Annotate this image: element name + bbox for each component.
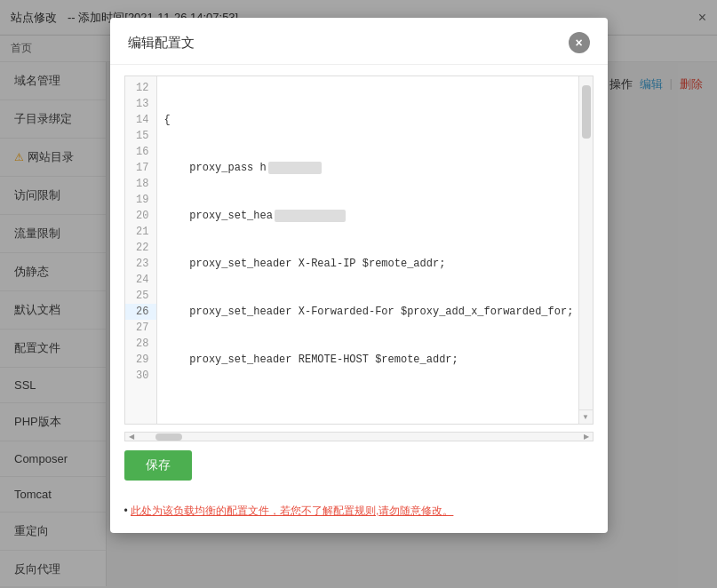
code-line-18 xyxy=(164,400,571,416)
line-num-28: 28 xyxy=(125,336,156,352)
code-line-16: proxy_set_header X-Forwarded-For $proxy_… xyxy=(164,304,571,320)
modal-title: 编辑配置文 xyxy=(128,35,195,50)
line-num-20: 20 xyxy=(125,208,156,224)
line-num-16: 16 xyxy=(125,144,156,160)
line-num-19: 19 xyxy=(125,192,156,208)
modal-overlay: 编辑配置文 × 12 13 14 15 16 17 xyxy=(0,0,717,588)
line-num-24: 24 xyxy=(125,272,156,288)
line-num-12: 12 xyxy=(125,80,156,96)
modal-header: 编辑配置文 × xyxy=(110,18,608,65)
scrollbar-bottom-arrow[interactable]: ▼ xyxy=(579,409,593,424)
line-num-13: 13 xyxy=(125,96,156,112)
scrollbar-vertical[interactable]: ▼ xyxy=(578,76,593,424)
line-num-22: 22 xyxy=(125,240,156,256)
modal-footer: 保存 xyxy=(110,441,608,495)
modal-close-button[interactable]: × xyxy=(569,32,590,53)
line-num-14: 14 xyxy=(125,112,156,128)
save-button[interactable]: 保存 xyxy=(124,450,192,481)
modal-dialog: 编辑配置文 × 12 13 14 15 16 17 xyxy=(110,18,608,533)
modal-body: 12 13 14 15 16 17 18 19 20 21 22 23 24 2… xyxy=(110,65,608,533)
scrollbar-thumb[interactable] xyxy=(582,85,591,139)
line-num-15: 15 xyxy=(125,128,156,144)
line-num-21: 21 xyxy=(125,224,156,240)
code-line-15: proxy_set_header X-Real-IP $remote_addr; xyxy=(164,256,571,272)
modal-note: • 此处为该负载均衡的配置文件，若您不了解配置规则,请勿随意修改。 xyxy=(110,495,608,533)
note-text[interactable]: 此处为该负载均衡的配置文件，若您不了解配置规则,请勿随意修改。 xyxy=(131,505,453,517)
line-num-26: 26 xyxy=(125,304,156,320)
code-line-13: proxy_pass h xyxy=(164,160,571,176)
line-num-30: 30 xyxy=(125,368,156,384)
code-content[interactable]: { proxy_pass h proxy_set_hea proxy_set_h… xyxy=(157,76,578,424)
main-window: 站点修改 -- 添加时间[2021-11-26 14:07:53] × 首页 域… xyxy=(0,0,717,588)
line-num-17: 17 xyxy=(125,160,156,176)
line-num-29: 29 xyxy=(125,352,156,368)
code-line-14: proxy_set_hea xyxy=(164,208,571,224)
modal-title-area: 编辑配置文 xyxy=(128,35,202,52)
code-line-17: proxy_set_header REMOTE-HOST $remote_add… xyxy=(164,352,571,368)
scrollbar-horizontal[interactable]: ◀ ▶ xyxy=(124,432,594,441)
line-num-25: 25 xyxy=(125,288,156,304)
line-num-18: 18 xyxy=(125,176,156,192)
note-bullet: • xyxy=(124,505,131,517)
code-editor[interactable]: 12 13 14 15 16 17 18 19 20 21 22 23 24 2… xyxy=(124,75,594,425)
code-scroll-area[interactable]: { proxy_pass h proxy_set_hea proxy_set_h… xyxy=(157,76,578,424)
line-num-27: 27 xyxy=(125,320,156,336)
line-numbers: 12 13 14 15 16 17 18 19 20 21 22 23 24 2… xyxy=(125,76,157,424)
line-num-23: 23 xyxy=(125,256,156,272)
code-line-12: { xyxy=(164,112,571,128)
